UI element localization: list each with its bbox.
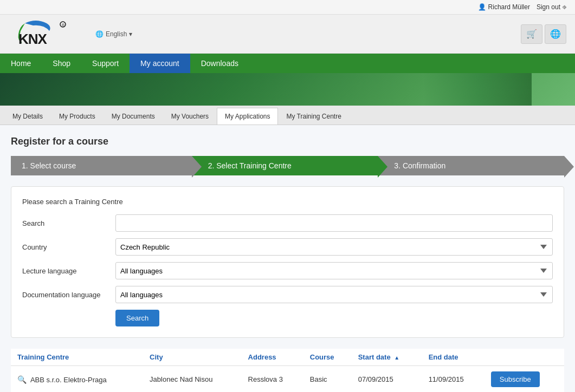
cart-button[interactable]: 🛒: [521, 24, 542, 44]
username-label: Richard Müller: [488, 3, 530, 11]
col-course: Course: [303, 349, 352, 366]
step-3: 3. Confirmation: [378, 156, 564, 175]
chevron-down-icon: ▾: [129, 30, 132, 38]
subnav-my-applications[interactable]: My Applications: [217, 108, 278, 125]
country-row: Country Czech Republic Germany Austria F…: [22, 238, 553, 256]
hero-banner: [0, 73, 575, 106]
table-row: 🔍 ABB s.r.o. Elektro-Praga Jablonec Nad …: [11, 366, 564, 393]
col-start-date-label: Start date: [358, 353, 391, 361]
search-row: Search: [22, 214, 553, 232]
step-3-label: 3. Confirmation: [394, 161, 445, 170]
sub-nav: My Details My Products My Documents My V…: [0, 106, 575, 125]
lecture-lang-row: Lecture language All languages Czech Ger…: [22, 262, 553, 279]
table-body: 🔍 ABB s.r.o. Elektro-Praga Jablonec Nad …: [11, 366, 564, 393]
logo: KNX ®: [9, 19, 74, 49]
panel-header: Please search a Training Centre: [22, 198, 553, 206]
svg-text:®: ®: [62, 23, 65, 27]
subnav-my-documents[interactable]: My Documents: [104, 108, 163, 125]
step-2: 2. Select Training Centre: [192, 156, 378, 175]
cell-address: Resslova 3: [242, 366, 303, 393]
knx-logo: KNX ®: [9, 19, 74, 49]
lang-label: English: [106, 30, 127, 38]
col-end-date: End date: [422, 349, 484, 366]
country-label: Country: [22, 243, 109, 251]
top-bar: 👤 Richard Müller Sign out ⎆: [0, 0, 575, 15]
cart-icon: 🛒: [526, 29, 537, 39]
subnav-my-products[interactable]: My Products: [51, 108, 104, 125]
doc-lang-row: Documentation language All languages Cze…: [22, 286, 553, 303]
globe-icon: 🌐: [95, 30, 104, 38]
col-address: Address: [242, 349, 303, 366]
signout-button[interactable]: Sign out ⎆: [537, 3, 566, 11]
col-action: [484, 349, 564, 366]
lecture-lang-select[interactable]: All languages Czech German English Frenc…: [115, 262, 553, 279]
sort-arrow-icon: ▲: [394, 355, 399, 361]
doc-lang-label: Documentation language: [22, 291, 109, 299]
search-button[interactable]: Search: [115, 310, 159, 326]
signout-icon: ⎆: [563, 3, 566, 11]
doc-lang-select[interactable]: All languages Czech German English Frenc…: [115, 286, 553, 303]
step-1: 1. Select course: [11, 156, 192, 175]
country-select[interactable]: Czech Republic Germany Austria France Sp…: [115, 238, 553, 256]
header-icons: 🛒 🌐: [521, 24, 566, 44]
page-title: Register for a course: [11, 136, 564, 147]
cell-end-date: 11/09/2015: [422, 366, 484, 393]
nav-home[interactable]: Home: [0, 54, 42, 73]
subscribe-button[interactable]: Subscribe: [491, 371, 540, 387]
table-header: Training Centre City Address Course Star…: [11, 349, 564, 366]
results-table: Training Centre City Address Course Star…: [11, 349, 564, 392]
user-icon: 👤: [478, 3, 486, 11]
step-1-label: 1. Select course: [22, 161, 76, 170]
main-nav: Home Shop Support My account Downloads: [0, 54, 575, 73]
table-header-row: Training Centre City Address Course Star…: [11, 349, 564, 366]
lecture-lang-label: Lecture language: [22, 267, 109, 275]
cell-training-centre: 🔍 ABB s.r.o. Elektro-Praga: [11, 366, 143, 393]
language-selector[interactable]: 🌐 English ▾: [95, 30, 132, 38]
nav-support[interactable]: Support: [81, 54, 130, 73]
search-panel: Please search a Training Centre Search C…: [11, 186, 564, 338]
subnav-my-details[interactable]: My Details: [4, 108, 51, 125]
signout-label: Sign out: [537, 3, 560, 11]
step-2-label: 2. Select Training Centre: [208, 161, 292, 170]
col-city: City: [143, 349, 241, 366]
cell-course: Basic: [303, 366, 352, 393]
main-content: Register for a course 1. Select course 2…: [0, 125, 575, 392]
cell-start-date: 07/09/2015: [352, 366, 422, 393]
cell-city: Jablonec Nad Nisou: [143, 366, 241, 393]
user-info: 👤 Richard Müller: [478, 3, 530, 11]
header: KNX ® 🌐 English ▾ 🛒 🌐: [0, 15, 575, 54]
cell-subscribe: Subscribe: [484, 366, 564, 393]
nav-shop[interactable]: Shop: [42, 54, 81, 73]
nav-myaccount[interactable]: My account: [130, 54, 190, 73]
globe-header-icon: 🌐: [550, 29, 561, 39]
subnav-my-training-centre[interactable]: My Training Centre: [278, 108, 349, 125]
globe-button[interactable]: 🌐: [545, 24, 566, 44]
steps-indicator: 1. Select course 2. Select Training Cent…: [11, 156, 564, 175]
row-search-icon: 🔍: [17, 375, 27, 384]
nav-downloads[interactable]: Downloads: [190, 54, 249, 73]
col-start-date[interactable]: Start date ▲: [352, 349, 422, 366]
search-input[interactable]: [115, 214, 553, 232]
training-centre-value: ABB s.r.o. Elektro-Praga: [30, 376, 107, 384]
svg-text:KNX: KNX: [18, 31, 48, 47]
search-label: Search: [22, 219, 109, 227]
subnav-my-vouchers[interactable]: My Vouchers: [163, 108, 217, 125]
col-training-centre[interactable]: Training Centre: [11, 349, 143, 366]
